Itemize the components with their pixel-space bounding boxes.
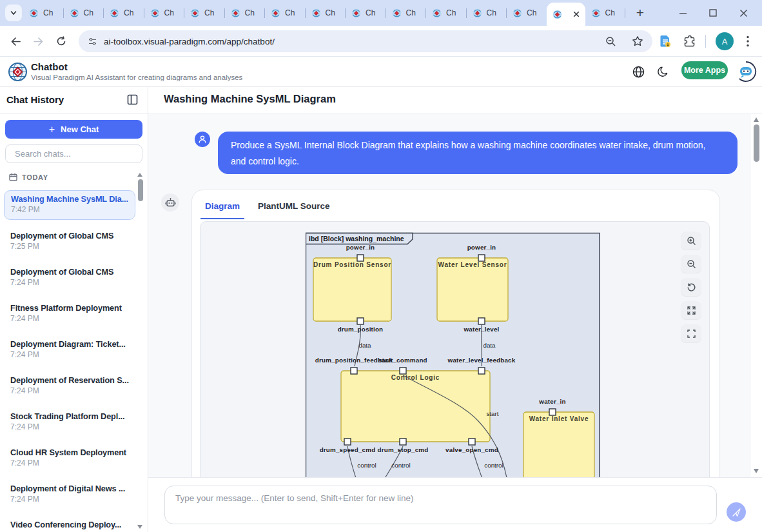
chat-section-header: TODAY xyxy=(9,173,48,181)
dark-mode-button[interactable] xyxy=(657,66,669,81)
browser-tab[interactable]: Ch xyxy=(23,0,63,26)
tab-favicon xyxy=(392,8,402,18)
search-chats-input[interactable]: Search chats... xyxy=(5,144,142,163)
tab-diagram[interactable]: Diagram xyxy=(200,190,244,221)
browser-tab[interactable]: Ch xyxy=(306,0,346,26)
svg-text:drum_stop_cmd: drum_stop_cmd xyxy=(378,446,429,453)
browser-tab[interactable]: Ch xyxy=(184,0,224,26)
app-header: Chatbot Visual Paradigm AI Assistant for… xyxy=(0,57,762,87)
browser-tab-active[interactable] xyxy=(547,3,585,26)
back-button[interactable] xyxy=(8,34,23,49)
new-chat-button[interactable]: + New Chat xyxy=(5,120,142,139)
chat-history-item[interactable]: Cloud HR System Deployment7:24 PM xyxy=(4,444,135,474)
chat-history-item[interactable]: Deployment of Global CMS7:25 PM xyxy=(4,228,135,257)
chat-history-item[interactable]: Washing Machine SysML Dia...7:42 PM xyxy=(4,190,135,220)
profile-avatar[interactable]: A xyxy=(716,32,734,50)
chat-history-item[interactable]: Fitness Platform Deployment7:24 PM xyxy=(4,300,135,330)
browser-menu-kebab[interactable] xyxy=(740,34,756,49)
browser-tab[interactable]: Ch xyxy=(426,0,466,26)
svg-text:water_in: water_in xyxy=(538,398,565,405)
plus-icon: + xyxy=(49,124,55,135)
reload-button[interactable] xyxy=(54,34,69,49)
tab-favicon xyxy=(190,8,200,18)
sidebar: Chat History + New Chat Search chats... … xyxy=(0,87,148,532)
fullscreen-icon xyxy=(687,329,696,339)
chat-history-item[interactable]: Deployment of Digital News ...7:24 PM xyxy=(4,480,135,510)
window-maximize-button[interactable] xyxy=(709,0,727,26)
message-input[interactable]: Type your message... (Enter to send, Shi… xyxy=(164,486,717,524)
extensions-puzzle-icon[interactable] xyxy=(682,34,698,49)
reset-view-button[interactable] xyxy=(681,278,701,296)
user-avatar xyxy=(195,132,210,147)
collapse-sidebar-button[interactable] xyxy=(127,94,138,108)
tab-list: ChChChChChChChChChChChChChCh+ xyxy=(23,0,649,26)
browser-tab[interactable]: Ch xyxy=(507,0,547,26)
svg-text:control: control xyxy=(357,462,376,469)
zoom-out-button[interactable] xyxy=(681,255,701,273)
browser-tab[interactable]: Ch xyxy=(386,0,426,26)
scroll-up-arrow[interactable] xyxy=(754,117,759,122)
browser-tab[interactable]: Ch xyxy=(265,0,305,26)
svg-text:start_command: start_command xyxy=(378,357,427,364)
bookmark-star-icon[interactable] xyxy=(632,35,643,47)
send-button[interactable] xyxy=(727,502,746,522)
sidebar-scroll-up-arrow[interactable] xyxy=(137,173,142,177)
chat-history-item[interactable]: Deployment of Global CMS7:24 PM xyxy=(4,264,135,293)
chat-history-item[interactable]: Deployment of Reservation S...7:24 PM xyxy=(4,372,135,402)
scrollbar-thumb[interactable] xyxy=(754,124,759,162)
browser-tab[interactable]: Ch xyxy=(467,0,507,26)
url-bar[interactable]: ai-toolbox.visual-paradigm.com/app/chatb… xyxy=(79,30,652,52)
svg-text:start: start xyxy=(486,410,498,417)
sidebar-scroll-down-arrow[interactable] xyxy=(137,525,142,529)
browser-tab[interactable]: Ch xyxy=(64,0,104,26)
tab-separator xyxy=(625,8,625,18)
expand-button[interactable] xyxy=(681,301,701,319)
main-scrollbar[interactable] xyxy=(751,114,762,477)
maximize-icon xyxy=(709,9,717,17)
globe-icon xyxy=(632,66,645,78)
chat-history-item[interactable]: Video Conferencing Deploy... xyxy=(4,517,135,532)
browser-tab[interactable]: Ch xyxy=(144,0,184,26)
calendar-icon xyxy=(9,173,17,181)
tab-close-icon[interactable] xyxy=(573,11,580,17)
tab-plantuml-source[interactable]: PlantUML Source xyxy=(253,190,335,221)
fullscreen-button[interactable] xyxy=(681,324,701,342)
svg-text:control: control xyxy=(484,462,503,469)
minimize-icon xyxy=(679,9,687,17)
sidebar-title: Chat History xyxy=(6,94,64,105)
browser-tab[interactable]: Ch xyxy=(104,0,144,26)
docs-extension-icon[interactable] xyxy=(658,34,673,49)
tab-favicon xyxy=(432,8,442,18)
zoom-in-button[interactable] xyxy=(681,232,701,250)
new-tab-button[interactable]: + xyxy=(631,4,649,22)
chat-history-item[interactable]: Deployment Diagram: Ticket...7:24 PM xyxy=(4,336,135,366)
tab-favicon xyxy=(150,8,160,18)
browser-tab[interactable]: Ch xyxy=(585,0,625,26)
svg-text:power_in: power_in xyxy=(467,244,496,251)
svg-text:Drum Position Sensor: Drum Position Sensor xyxy=(313,261,391,268)
sidebar-scrollbar-thumb[interactable] xyxy=(138,179,143,201)
language-globe-button[interactable] xyxy=(632,66,645,81)
assistant-response-card: DiagramPlantUML Source ibd [Block] washi… xyxy=(191,190,720,477)
svg-text:power_in: power_in xyxy=(346,244,375,251)
tab-favicon xyxy=(552,10,562,19)
tab-search-chevron-button[interactable] xyxy=(5,5,22,21)
assistant-mascot-icon[interactable] xyxy=(734,60,757,86)
zoom-out-icon xyxy=(687,259,696,269)
tab-favicon xyxy=(110,8,119,18)
window-close-button[interactable] xyxy=(739,0,757,26)
chat-history-item[interactable]: Stock Trading Platform Depl...7:24 PM xyxy=(4,408,135,438)
forward-button[interactable] xyxy=(30,34,46,49)
send-icon xyxy=(732,507,741,517)
scroll-down-arrow[interactable] xyxy=(754,469,759,473)
app-title: Chatbot xyxy=(31,61,68,72)
browser-tab[interactable]: Ch xyxy=(225,0,265,26)
more-apps-button[interactable]: More Apps xyxy=(681,61,728,79)
browser-tab[interactable]: Ch xyxy=(346,0,386,26)
close-icon xyxy=(739,9,748,17)
back-icon xyxy=(10,35,22,48)
diagram-viewport[interactable]: ibd [Block] washing_machineDrum Position… xyxy=(200,221,710,477)
conversation-title-bar: Washing Machine SysML Diagram xyxy=(148,87,762,114)
window-minimize-button[interactable] xyxy=(679,0,697,26)
zoom-out-page-icon[interactable] xyxy=(605,36,616,47)
